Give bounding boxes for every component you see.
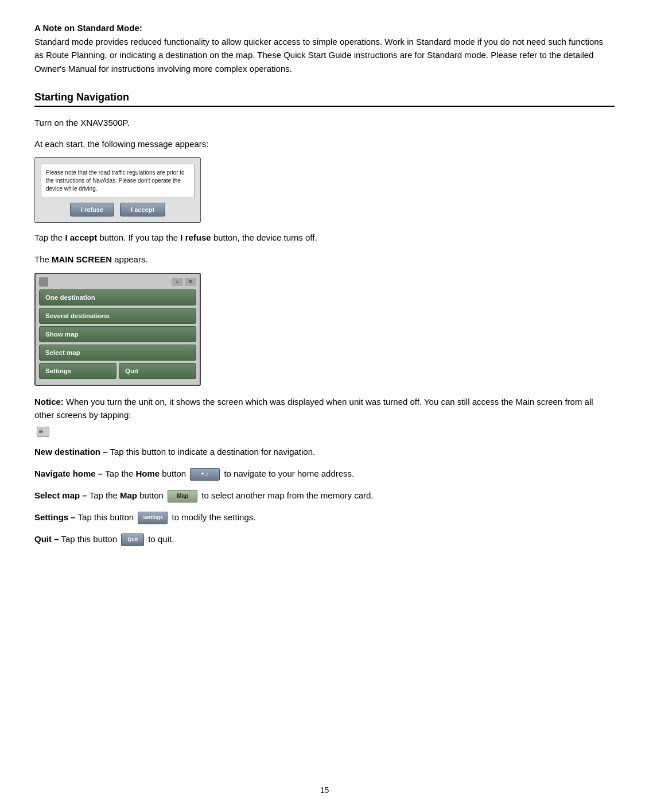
home-btn-label: Home bbox=[136, 469, 160, 478]
quit-inline-button[interactable]: Quit bbox=[121, 533, 144, 546]
new-destination-bold: New destination – bbox=[34, 447, 108, 457]
title-bar: ⌂ 0 bbox=[39, 277, 196, 287]
quit-main-btn[interactable]: Quit bbox=[119, 363, 196, 379]
corner-icons: ⌂ 0 bbox=[172, 278, 196, 286]
main-screen-bold: MAIN SCREEN bbox=[52, 254, 112, 264]
settings-bold: Settings – bbox=[34, 512, 76, 522]
show-map-btn[interactable]: Show map bbox=[39, 326, 196, 342]
page-number: 15 bbox=[34, 786, 615, 795]
i-accept-btn[interactable]: I accept bbox=[120, 203, 165, 216]
select-map-para: Select map – Tap the Map button Map to s… bbox=[34, 489, 615, 502]
section-heading: Starting Navigation bbox=[34, 91, 615, 107]
dialog-text: Please note that the road traffic regula… bbox=[41, 164, 195, 198]
note-title: A Note on Standard Mode: bbox=[34, 23, 615, 33]
settings-inline-button[interactable]: Settings bbox=[138, 512, 168, 524]
dialog-buttons: I refuse I accept bbox=[41, 203, 195, 216]
quit-para: Quit – Tap this button Quit to quit. bbox=[34, 532, 615, 546]
navigate-home-bold: Navigate home – bbox=[34, 469, 103, 478]
dialog-screen-image: Please note that the road traffic regula… bbox=[34, 157, 615, 223]
accept-refuse-dialog: Please note that the road traffic regula… bbox=[34, 157, 201, 223]
settings-main-btn[interactable]: Settings bbox=[39, 363, 116, 379]
title-icon bbox=[39, 277, 48, 287]
para-message-appears: At each start, the following message app… bbox=[34, 137, 615, 150]
map-btn-label: Map bbox=[120, 490, 137, 500]
note-body: Standard mode provides reduced functiona… bbox=[34, 35, 615, 75]
navigate-home-para: Navigate home – Tap the Home button +⌂ t… bbox=[34, 467, 615, 481]
select-map-btn[interactable]: Select map bbox=[39, 345, 196, 361]
signal-icon: 0 bbox=[185, 278, 196, 286]
bottom-menu-row: Settings Quit bbox=[39, 363, 196, 379]
one-destination-btn[interactable]: One destination bbox=[39, 289, 196, 306]
accept-bold: I accept bbox=[65, 233, 97, 242]
home-inline-button[interactable]: +⌂ bbox=[190, 468, 220, 481]
main-screen-device: ⌂ 0 One destination Several destinations… bbox=[34, 273, 201, 386]
home-corner-icon: ⌂ bbox=[172, 278, 183, 286]
hamburger-menu-icon bbox=[37, 427, 49, 437]
map-inline-button[interactable]: Map bbox=[168, 490, 197, 502]
refuse-bold: I refuse bbox=[180, 233, 211, 242]
new-destination-para: New destination – Tap this button to ind… bbox=[34, 445, 615, 458]
notice-paragraph: Notice: When you turn the unit on, it sh… bbox=[34, 395, 615, 422]
select-map-bold: Select map – bbox=[34, 490, 87, 500]
several-destinations-btn[interactable]: Several destinations bbox=[39, 308, 196, 324]
main-screen-image: ⌂ 0 One destination Several destinations… bbox=[34, 273, 615, 386]
para-main-screen: The MAIN SCREEN appears. bbox=[34, 253, 615, 266]
quit-bold: Quit – bbox=[34, 534, 59, 544]
i-refuse-btn[interactable]: I refuse bbox=[70, 203, 114, 216]
para-tap-accept: Tap the I accept button. If you tap the … bbox=[34, 231, 615, 244]
hamburger-icon-row bbox=[34, 426, 615, 437]
para-turn-on: Turn on the XNAV3500P. bbox=[34, 116, 615, 129]
settings-para: Settings – Tap this button Settings to m… bbox=[34, 511, 615, 524]
notice-bold: Notice: bbox=[34, 397, 64, 407]
